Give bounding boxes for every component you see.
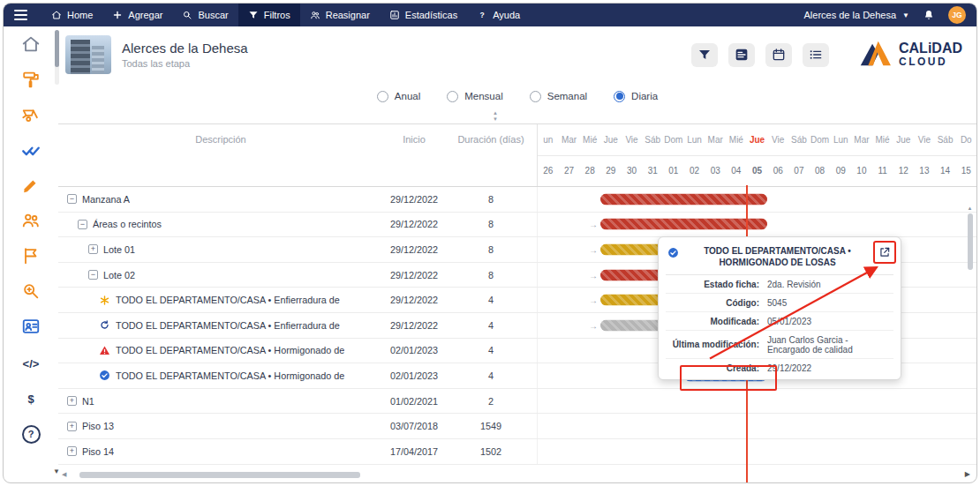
scroll-up-icon[interactable]: ▲ [968, 205, 973, 212]
row-description[interactable]: −Manzana A [58, 187, 383, 212]
nav-item-label: Filtros [264, 10, 290, 20]
radio-diaria-icon[interactable] [614, 91, 625, 102]
gantt-bar[interactable] [600, 193, 767, 205]
sidebar-item-paint-roller[interactable] [20, 71, 41, 92]
expand-icon[interactable]: + [67, 446, 77, 456]
row-label: Piso 14 [82, 446, 114, 457]
sidebar-item-inspect[interactable] [20, 282, 41, 303]
radio-semanal-icon[interactable] [530, 91, 541, 102]
timeline-day-name: Mié [872, 124, 893, 155]
sidebar-item-flag[interactable] [20, 247, 41, 268]
row-description[interactable]: TODO EL DEPARTAMENTO/CASA • Enfierradura… [58, 313, 383, 338]
duration-column-header[interactable]: Duración (días) [445, 124, 537, 186]
row-description[interactable]: +Lote 01 [58, 237, 383, 262]
sidebar-item-help[interactable]: ? [20, 423, 41, 445]
avatar[interactable]: JG [948, 6, 966, 24]
plus-icon [112, 10, 123, 20]
gantt-bar[interactable] [600, 219, 767, 230]
timeline-day-name: Mar [559, 124, 580, 155]
scroll-right-icon[interactable]: ▶ [965, 470, 970, 478]
sidebar-scroll-thumb[interactable] [55, 30, 59, 67]
notifications-icon[interactable] [923, 9, 935, 22]
row-label: Manzana A [82, 194, 130, 205]
timeline-day-number: 31 [642, 156, 663, 187]
open-detail-icon[interactable] [878, 246, 891, 258]
project-selector[interactable]: Alerces de la Dehesa ▼ [804, 10, 909, 20]
tooltip-field-row: Modificada:05/01/2023 [666, 312, 893, 331]
tooltip-field-value: 29/12/2022 [767, 363, 892, 373]
row-label: TODO EL DEPARTAMENTO/CASA • Hormigonado … [116, 370, 344, 381]
radio-mensual-icon[interactable] [447, 91, 458, 102]
sidebar-item-badge[interactable] [20, 318, 41, 339]
row-duration: 8 [445, 263, 537, 288]
nav-item-agregar[interactable]: Agregar [102, 4, 172, 26]
row-timeline: → [537, 213, 976, 237]
row-description[interactable]: −Áreas o recintos [58, 213, 383, 237]
horizontal-scrollbar[interactable]: ◀ [62, 471, 959, 478]
gantt-row: +N101/02/20212 [58, 389, 976, 415]
sidebar-item-pencil[interactable] [20, 176, 41, 198]
row-description[interactable]: TODO EL DEPARTAMENTO/CASA • Enfierradura… [58, 288, 383, 312]
nav-item-buscar[interactable]: Buscar [172, 4, 237, 26]
nav-item-ayuda[interactable]: ?Ayuda [467, 4, 530, 26]
collapse-icon[interactable]: − [67, 194, 77, 204]
list-view-button[interactable] [803, 43, 829, 67]
horizontal-scroll-thumb[interactable] [79, 472, 360, 478]
project-header: Alerces de la Dehesa Todas las etapa CAL… [58, 26, 976, 83]
timeline-day-number: 27 [559, 156, 580, 187]
vertical-scroll-thumb[interactable] [968, 213, 973, 270]
vertical-scrollbar[interactable]: ▲ [966, 205, 974, 457]
view-option-anual[interactable]: Anual [377, 91, 420, 102]
collapse-icon[interactable]: − [78, 220, 87, 229]
timeline-day-number: 15 [955, 156, 976, 187]
gantt-view-button[interactable] [728, 43, 755, 67]
expand-icon[interactable]: + [88, 244, 98, 254]
nav-item-estadisticas[interactable]: Estadísticas [380, 4, 467, 26]
view-option-mensual[interactable]: Mensual [447, 91, 502, 102]
warning-status-icon [99, 345, 110, 356]
view-option-diaria[interactable]: Diaria [614, 91, 658, 102]
sidebar-scroll-down-icon[interactable]: ▼ [53, 467, 60, 475]
timeline-header: unMarMiéJueVieSábDomLunMarMiéJueVieSábDo… [537, 124, 976, 186]
expand-icon[interactable]: + [67, 396, 77, 406]
sidebar-item-checklist[interactable] [20, 141, 41, 162]
sidebar-scrollbar[interactable] [55, 30, 59, 85]
row-label: Lote 01 [103, 244, 135, 255]
row-description[interactable]: +Piso 13 [58, 414, 383, 438]
expand-icon[interactable]: + [67, 422, 77, 431]
nav-item-home[interactable]: Home [41, 4, 102, 26]
row-start-date: 29/12/2022 [383, 263, 445, 288]
horizontal-scroll-track[interactable] [71, 472, 959, 478]
row-timeline [537, 187, 976, 212]
sidebar-item-team[interactable] [20, 212, 41, 233]
view-option-semanal[interactable]: Semanal [530, 91, 587, 102]
row-description[interactable]: TODO EL DEPARTAMENTO/CASA • Hormigonado … [58, 339, 383, 363]
nav-item-filtros[interactable]: Filtros [238, 4, 300, 26]
nav-item-label: Reasignar [326, 10, 370, 20]
svg-text:?: ? [480, 11, 485, 19]
timeline-day-number: 26 [538, 156, 559, 187]
sidebar-item-home[interactable] [20, 35, 41, 56]
row-start-date: 17/04/2017 [383, 439, 445, 464]
sidebar-item-wheelbarrow[interactable] [20, 106, 41, 127]
radio-anual-icon[interactable] [377, 91, 388, 102]
sort-icon[interactable]: ▲▼ [493, 110, 498, 122]
menu-icon[interactable] [14, 10, 27, 20]
description-column-header[interactable]: Descripción [58, 124, 383, 186]
calendar-view-button[interactable] [765, 43, 792, 67]
row-description[interactable]: +Piso 14 [58, 439, 383, 464]
filter-view-button[interactable] [691, 43, 718, 67]
start-column-header[interactable]: Inicio [383, 124, 445, 186]
row-description[interactable]: TODO EL DEPARTAMENTO/CASA • Hormigonado … [58, 363, 383, 388]
sidebar-item-code[interactable]: </> [20, 353, 41, 374]
timeline-day-number: 28 [579, 156, 600, 187]
scroll-left-icon[interactable]: ◀ [62, 471, 66, 478]
row-description[interactable]: +N1 [58, 389, 383, 414]
row-duration: 4 [445, 288, 537, 312]
timeline-day-name: Jue [747, 124, 768, 155]
view-option-label: Mensual [464, 91, 502, 101]
nav-item-reasignar[interactable]: Reasignar [300, 4, 380, 26]
sidebar-item-finance[interactable]: $ [20, 388, 41, 409]
collapse-icon[interactable]: − [88, 270, 98, 280]
row-description[interactable]: −Lote 02 [58, 263, 383, 288]
